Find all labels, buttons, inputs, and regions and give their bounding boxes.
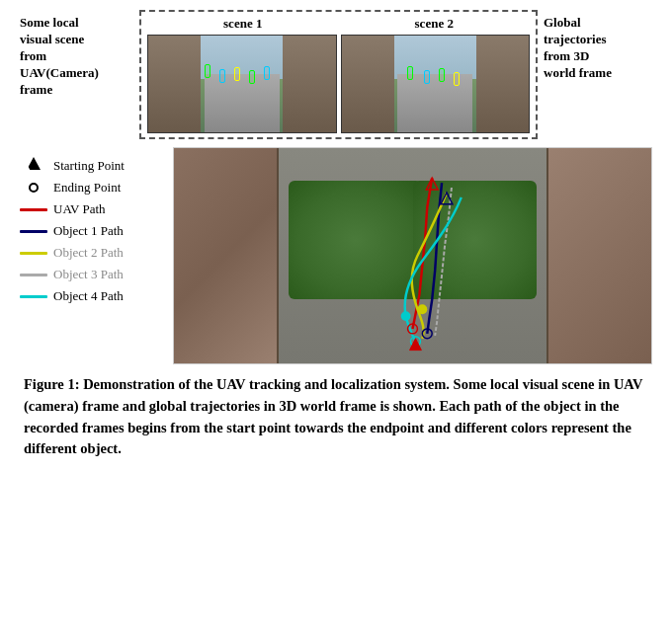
obj4-waypoint xyxy=(401,311,411,321)
top-section: Some local visual scene from UAV(Camera)… xyxy=(20,10,652,139)
obj2-waypoint xyxy=(417,304,427,314)
legend-uav-path: UAV Path xyxy=(20,201,173,217)
scene1-building-left xyxy=(148,36,201,132)
scene1-person1 xyxy=(205,64,210,78)
uav-line-icon xyxy=(20,208,47,211)
left-label: Some local visual scene from UAV(Camera)… xyxy=(20,10,133,98)
label-line5: frame xyxy=(20,82,52,97)
legend-object1-path: Object 1 Path xyxy=(20,223,173,239)
label-line3: from xyxy=(20,48,46,63)
legend-object3-path: Object 3 Path xyxy=(20,267,173,282)
object3-path-line xyxy=(435,188,452,336)
ending-point-label: Ending Point xyxy=(53,180,121,196)
label-line2: visual scene xyxy=(20,32,84,46)
scene2-image xyxy=(341,35,531,133)
scene2-building-left xyxy=(342,36,394,132)
scene2-label: scene 2 xyxy=(415,16,454,32)
scenes-labels: scene 1 scene 2 xyxy=(147,16,530,32)
scene2-person1 xyxy=(407,66,413,80)
starting-point-symbol xyxy=(20,157,47,174)
object3-path-symbol xyxy=(20,274,47,276)
right-label-line3: from 3D xyxy=(544,48,589,63)
aerial-image xyxy=(173,147,652,364)
scenes-box: scene 1 scene 2 xyxy=(139,10,538,139)
object2-path-label: Object 2 Path xyxy=(53,245,124,261)
uav-path-symbol xyxy=(20,208,47,211)
bottom-section: Starting Point Ending Point UAV Path Obj… xyxy=(20,147,652,364)
scene2-person2 xyxy=(424,70,430,84)
scene2-path xyxy=(397,74,472,132)
object4-path-symbol xyxy=(20,295,47,298)
legend-object2-path: Object 2 Path xyxy=(20,245,173,261)
legend: Starting Point Ending Point UAV Path Obj… xyxy=(20,147,173,310)
object3-path-label: Object 3 Path xyxy=(53,267,124,282)
label-line4: UAV(Camera) xyxy=(20,65,99,80)
page-container: Some local visual scene from UAV(Camera)… xyxy=(0,0,672,480)
scene1-building-right xyxy=(283,36,335,132)
caption: Figure 1: Demonstration of the UAV track… xyxy=(20,374,652,460)
scene1-sky xyxy=(201,36,283,79)
scene1-path xyxy=(205,74,280,132)
ending-point-symbol xyxy=(20,183,47,193)
scene1-image xyxy=(147,35,337,133)
object2-line-icon xyxy=(20,252,47,255)
scene2-person4 xyxy=(454,72,460,86)
scene1-person3 xyxy=(234,67,240,81)
scene2-person3 xyxy=(439,68,445,82)
scene1-person5 xyxy=(264,66,270,80)
starting-point-label: Starting Point xyxy=(53,158,125,174)
path-svg-overlay xyxy=(174,148,651,363)
scene1-person4 xyxy=(249,70,255,84)
object1-path-line xyxy=(427,183,442,334)
caption-text: Figure 1: Demonstration of the UAV track… xyxy=(24,376,642,456)
scene1-person2 xyxy=(219,69,225,83)
legend-starting-point: Starting Point xyxy=(20,157,173,174)
object1-path-label: Object 1 Path xyxy=(53,223,124,239)
object4-path-label: Object 4 Path xyxy=(53,288,124,304)
legend-ending-point: Ending Point xyxy=(20,180,173,196)
scenes-images xyxy=(147,35,530,133)
label-line1: Some local xyxy=(20,15,79,30)
object1-line-icon xyxy=(20,230,47,233)
object1-path-symbol xyxy=(20,230,47,233)
object4-line-icon xyxy=(20,295,47,298)
scene1-label: scene 1 xyxy=(223,16,262,32)
legend-object4-path: Object 4 Path xyxy=(20,288,173,304)
scene2-building-right xyxy=(476,36,529,132)
object2-path-symbol xyxy=(20,252,47,255)
object3-line-icon xyxy=(20,274,47,276)
right-label-line2: trajectories xyxy=(544,32,607,46)
right-label: Global trajectories from 3D world frame xyxy=(544,10,652,82)
circle-icon xyxy=(29,183,39,193)
uav-path-label: UAV Path xyxy=(53,201,106,217)
right-label-line4: world frame xyxy=(544,65,612,80)
right-label-line1: Global xyxy=(544,15,581,30)
